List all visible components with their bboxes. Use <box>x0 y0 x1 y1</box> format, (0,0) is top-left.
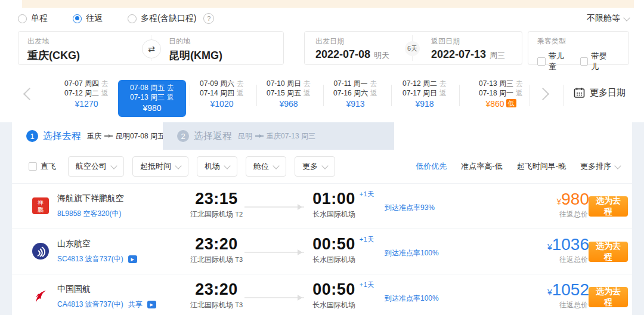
filter-time[interactable]: 起抵时间 <box>132 156 188 177</box>
go-tag: 去 <box>167 84 174 92</box>
sort-departure-time[interactable]: 起飞时间早-晚 <box>517 161 566 172</box>
flight-number-text: SC4813 波音737(中) <box>57 254 123 264</box>
video-play-icon[interactable]: ▶ <box>147 301 156 308</box>
with-infants-option[interactable]: 带婴儿 <box>580 51 615 72</box>
date-price: ¥918 <box>394 99 456 109</box>
select-outbound-button[interactable]: 选为去程 <box>589 242 628 262</box>
arrival-airport: 长水国际机场 <box>299 255 369 265</box>
go-line: 07-13 周三去 <box>467 79 534 88</box>
radio-one-way[interactable]: 单程 <box>18 13 48 24</box>
cabin-class-label: 不限舱等 <box>587 13 620 24</box>
select-outbound-button[interactable]: 选为去程 <box>589 196 628 217</box>
price-amount: 1036 <box>552 235 589 254</box>
departure-block: 23:15 江北国际机场 T2 <box>178 190 255 220</box>
more-dates-button[interactable]: 更多日期 <box>574 87 626 98</box>
return-tag: 返 <box>304 89 311 97</box>
direct-flight-filter[interactable]: 直飞 <box>29 161 56 172</box>
sort-lowest-price[interactable]: 低价优先 <box>416 161 447 172</box>
prev-dates-chevron[interactable] <box>23 88 36 100</box>
date-option[interactable]: 07-10 周日去 07-15 周五返 ¥968 <box>258 79 320 109</box>
flight-number[interactable]: CA4813 波音737(中)共享▶ <box>57 299 156 310</box>
select-outbound-button[interactable]: 选为去程 <box>589 287 628 307</box>
route-from: 昆明 <box>238 131 252 141</box>
trip-days-badge: 6天 <box>405 41 420 56</box>
filter-airline[interactable]: 航空公司 <box>68 156 124 177</box>
help-icon[interactable]: ? <box>203 13 214 24</box>
return-date-field[interactable]: 返回日期 2022-07-13周三 <box>431 36 505 61</box>
chevron-down-icon <box>224 162 230 169</box>
return-date-value[interactable]: 2022-07-13周三 <box>431 48 505 61</box>
swap-cities-icon[interactable]: ⇄ <box>142 39 161 58</box>
departure-city-label: 出发地 <box>27 36 80 47</box>
video-play-icon[interactable]: ▶ <box>128 255 137 263</box>
price-amount: 1052 <box>552 280 589 299</box>
arrival-block: 00:50+1天 长水国际机场 <box>299 280 369 310</box>
filter-airport[interactable]: 机场 <box>197 156 237 177</box>
arrival-city-value[interactable]: 昆明(KMG) <box>169 48 222 63</box>
cabin-class-select[interactable]: 不限舱等 <box>587 13 629 24</box>
arrival-time: 00:50 <box>312 280 355 298</box>
date-option[interactable]: 07-13 周三去 07-18 周一返 ¥860低 <box>467 79 534 109</box>
more-dates-label: 更多日期 <box>590 87 626 98</box>
flight-number[interactable]: 8L9858 空客320(中) <box>57 209 124 219</box>
sort-more-label: 更多排序 <box>580 161 611 172</box>
radio-icon[interactable] <box>18 14 27 23</box>
date-option[interactable]: 07-09 周六去 07-14 周四返 ¥1020 <box>191 79 253 109</box>
radio-multi-city[interactable]: 多程(含缺口程) <box>128 13 196 24</box>
radio-icon[interactable] <box>128 14 137 23</box>
depart-date-field[interactable]: 出发日期 2022-07-08明天 <box>315 36 389 61</box>
checkbox-icon[interactable] <box>29 162 37 171</box>
departure-time: 23:20 <box>178 280 255 299</box>
direct-flight-label: 直飞 <box>41 161 56 172</box>
date-option[interactable]: 07-12 周二去 07-17 周日返 ¥918 <box>394 79 456 109</box>
date-price-carousel: 07-07 周四去 07-12 周二返 ¥1270 07-08 周五去 07-1… <box>0 76 644 115</box>
sort-more[interactable]: 更多排序 <box>580 161 620 172</box>
chevron-down-icon <box>175 162 181 169</box>
date-price: ¥968 <box>258 99 320 109</box>
return-tag: 返 <box>439 89 447 97</box>
tab-select-return[interactable]: 2 选择返程 昆明 重庆07-13 周三 <box>163 122 394 150</box>
sort-punctuality[interactable]: 准点率高-低 <box>461 161 502 172</box>
date-option[interactable]: 07-07 周四去 07-12 周二返 ¥1270 <box>55 79 117 109</box>
route-to-date: 昆明07-08 周五 <box>116 131 165 141</box>
date-option-selected[interactable]: 07-08 周五去 07-13 周三返 ¥980 <box>118 80 186 117</box>
departure-city-field[interactable]: 出发地 重庆(CKG) <box>27 36 80 63</box>
filter-bar: 直飞 航空公司 起抵时间 机场 舱位 更多 低价优先 准点率高-低 起飞时间早-… <box>12 150 632 183</box>
divider <box>256 85 257 106</box>
currency-symbol: ¥ <box>547 288 552 297</box>
calendar-icon <box>574 87 585 98</box>
results-panel: 1 选择去程 重庆 昆明07-08 周五 2 选择返程 昆明 重庆07-13 周… <box>12 122 632 315</box>
departure-city-value[interactable]: 重庆(CKG) <box>27 48 80 63</box>
chevron-down-icon <box>623 14 630 21</box>
price-amount: 980 <box>561 190 589 208</box>
go-line: 07-11 周一去 <box>324 79 386 88</box>
arrival-city-label: 目的地 <box>169 36 222 47</box>
date-price: ¥1020 <box>191 99 253 109</box>
depart-date-note: 明天 <box>374 51 389 60</box>
return-line: 07-18 周一返 <box>467 88 534 98</box>
radio-label: 往返 <box>86 13 103 24</box>
depart-date-value[interactable]: 2022-07-08明天 <box>315 48 389 61</box>
return-date-note: 周三 <box>490 51 505 60</box>
results-section: 1 选择去程 重庆 昆明07-08 周五 2 选择返程 昆明 重庆07-13 周… <box>0 122 644 315</box>
checkbox-icon[interactable] <box>537 57 546 66</box>
checkbox-icon[interactable] <box>580 57 589 66</box>
radio-selected-icon[interactable] <box>73 14 82 23</box>
arrival-airport: 长水国际机场 <box>299 300 369 310</box>
with-children-option[interactable]: 带儿童 <box>537 51 572 72</box>
shandong-airlines-logo-icon <box>32 242 49 260</box>
filter-cabin[interactable]: 舱位 <box>246 156 286 177</box>
arrival-city-field[interactable]: 目的地 昆明(KMG) <box>169 36 222 63</box>
return-date-label: 返回日期 <box>431 36 505 47</box>
filter-label: 航空公司 <box>76 161 107 172</box>
filter-more[interactable]: 更多 <box>295 156 335 177</box>
flight-number[interactable]: SC4813 波音737(中)▶ <box>57 254 137 264</box>
divider <box>190 85 190 106</box>
chevron-down-icon <box>273 162 279 169</box>
swap-glyph: ⇄ <box>148 44 155 54</box>
date-option[interactable]: 07-11 周一去 07-16 周六返 ¥913 <box>324 79 386 109</box>
radio-round-trip[interactable]: 往返 <box>73 13 103 24</box>
next-dates-chevron[interactable] <box>537 88 549 100</box>
tab-select-outbound[interactable]: 1 选择去程 重庆 昆明07-08 周五 <box>12 122 162 150</box>
go-date: 07-11 周一 <box>333 79 367 88</box>
